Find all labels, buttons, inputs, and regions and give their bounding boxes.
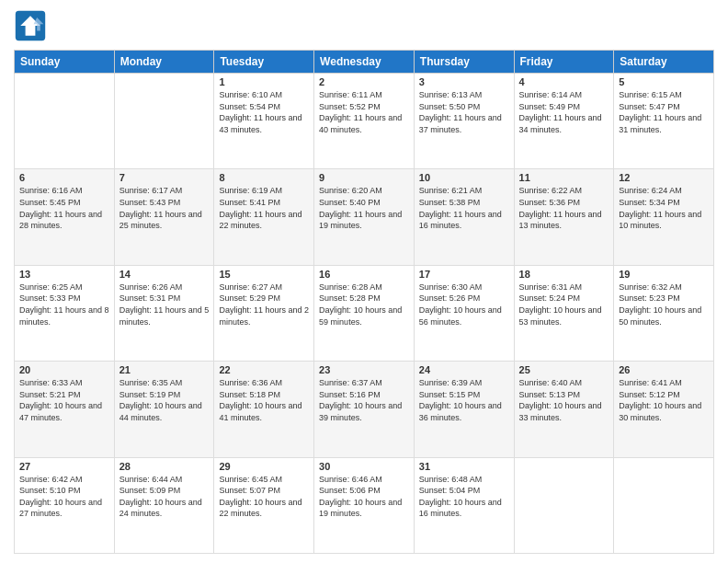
sunrise: Sunrise: 6:11 AM [319, 90, 382, 99]
daylight: Daylight: 11 hours and 16 minutes. [419, 210, 502, 231]
sunset: Sunset: 5:33 PM [19, 293, 81, 303]
day-number: 13 [19, 269, 109, 280]
sunrise: Sunrise: 6:46 AM [319, 475, 382, 484]
calendar-cell: 27 Sunrise: 6:42 AM Sunset: 5:10 PM Dayl… [15, 457, 115, 553]
sunrise: Sunrise: 6:40 AM [519, 378, 583, 387]
calendar-cell: 2 Sunrise: 6:11 AM Sunset: 5:52 PM Dayli… [314, 74, 415, 169]
calendar-cell: 26 Sunrise: 6:41 AM Sunset: 5:12 PM Dayl… [614, 362, 714, 457]
sunrise: Sunrise: 6:37 AM [319, 378, 382, 387]
sunset: Sunset: 5:49 PM [519, 102, 581, 111]
daylight: Daylight: 10 hours and 22 minutes. [219, 498, 301, 519]
calendar-cell: 9 Sunrise: 6:20 AM Sunset: 5:40 PM Dayli… [314, 169, 415, 265]
day-info: Sunrise: 6:35 AM Sunset: 5:19 PM Dayligh… [119, 377, 210, 423]
sunrise: Sunrise: 6:22 AM [519, 186, 583, 195]
calendar-cell: 10 Sunrise: 6:21 AM Sunset: 5:38 PM Dayl… [414, 169, 514, 265]
calendar-cell: 22 Sunrise: 6:36 AM Sunset: 5:18 PM Dayl… [214, 362, 314, 457]
sunrise: Sunrise: 6:32 AM [619, 282, 682, 292]
daylight: Daylight: 11 hours and 34 minutes. [519, 113, 602, 134]
daylight: Daylight: 10 hours and 44 minutes. [119, 401, 202, 422]
day-number: 21 [119, 364, 210, 375]
day-info: Sunrise: 6:17 AM Sunset: 5:43 PM Dayligh… [119, 185, 210, 231]
sunset: Sunset: 5:23 PM [619, 293, 680, 303]
calendar-cell: 21 Sunrise: 6:35 AM Sunset: 5:19 PM Dayl… [114, 362, 214, 457]
sunset: Sunset: 5:43 PM [119, 198, 181, 207]
sunset: Sunset: 5:54 PM [219, 102, 280, 111]
sunset: Sunset: 5:34 PM [619, 198, 680, 207]
day-info: Sunrise: 6:30 AM Sunset: 5:26 PM Dayligh… [419, 282, 509, 327]
sunset: Sunset: 5:16 PM [319, 390, 381, 399]
day-info: Sunrise: 6:15 AM Sunset: 5:47 PM Dayligh… [619, 89, 709, 135]
calendar-cell: 1 Sunrise: 6:10 AM Sunset: 5:54 PM Dayli… [214, 74, 314, 169]
day-info: Sunrise: 6:44 AM Sunset: 5:09 PM Dayligh… [119, 474, 210, 520]
day-info: Sunrise: 6:33 AM Sunset: 5:21 PM Dayligh… [19, 377, 109, 423]
calendar-week-row: 20 Sunrise: 6:33 AM Sunset: 5:21 PM Dayl… [15, 362, 714, 457]
daylight: Daylight: 10 hours and 47 minutes. [19, 401, 102, 422]
sunrise: Sunrise: 6:35 AM [119, 378, 183, 387]
sunset: Sunset: 5:19 PM [119, 390, 181, 399]
sunset: Sunset: 5:52 PM [319, 102, 381, 111]
daylight: Daylight: 10 hours and 16 minutes. [419, 498, 502, 519]
calendar-cell: 7 Sunrise: 6:17 AM Sunset: 5:43 PM Dayli… [114, 169, 214, 265]
sunset: Sunset: 5:07 PM [219, 486, 280, 495]
day-info: Sunrise: 6:40 AM Sunset: 5:13 PM Dayligh… [519, 377, 609, 423]
calendar-cell: 30 Sunrise: 6:46 AM Sunset: 5:06 PM Dayl… [314, 457, 415, 553]
calendar-header-tuesday: Tuesday [214, 51, 314, 74]
day-number: 17 [419, 269, 509, 280]
sunrise: Sunrise: 6:33 AM [19, 378, 83, 387]
day-number: 11 [519, 172, 609, 183]
day-info: Sunrise: 6:16 AM Sunset: 5:45 PM Dayligh… [19, 185, 109, 231]
calendar-header-row: SundayMondayTuesdayWednesdayThursdayFrid… [15, 51, 714, 74]
day-info: Sunrise: 6:10 AM Sunset: 5:54 PM Dayligh… [219, 89, 309, 135]
daylight: Daylight: 11 hours and 25 minutes. [119, 210, 202, 231]
day-info: Sunrise: 6:21 AM Sunset: 5:38 PM Dayligh… [419, 185, 509, 231]
sunset: Sunset: 5:38 PM [419, 198, 481, 207]
sunrise: Sunrise: 6:31 AM [519, 282, 583, 292]
calendar-header-monday: Monday [114, 51, 214, 74]
sunset: Sunset: 5:09 PM [119, 486, 181, 495]
day-number: 14 [119, 269, 210, 280]
day-info: Sunrise: 6:31 AM Sunset: 5:24 PM Dayligh… [519, 282, 609, 327]
day-number: 10 [419, 172, 509, 183]
day-info: Sunrise: 6:28 AM Sunset: 5:28 PM Dayligh… [319, 282, 409, 327]
day-number: 18 [519, 269, 609, 280]
daylight: Daylight: 10 hours and 39 minutes. [319, 401, 402, 422]
calendar-cell: 28 Sunrise: 6:44 AM Sunset: 5:09 PM Dayl… [114, 457, 214, 553]
sunrise: Sunrise: 6:15 AM [619, 90, 682, 99]
daylight: Daylight: 10 hours and 30 minutes. [619, 401, 701, 422]
daylight: Daylight: 11 hours and 37 minutes. [419, 113, 502, 134]
sunset: Sunset: 5:47 PM [619, 102, 680, 111]
sunset: Sunset: 5:50 PM [419, 102, 481, 111]
sunset: Sunset: 5:41 PM [219, 198, 280, 207]
calendar-week-row: 13 Sunrise: 6:25 AM Sunset: 5:33 PM Dayl… [15, 265, 714, 361]
sunset: Sunset: 5:04 PM [419, 486, 481, 495]
day-info: Sunrise: 6:24 AM Sunset: 5:34 PM Dayligh… [619, 185, 709, 231]
daylight: Daylight: 10 hours and 27 minutes. [19, 498, 102, 519]
calendar-cell: 6 Sunrise: 6:16 AM Sunset: 5:45 PM Dayli… [15, 169, 115, 265]
day-number: 25 [519, 364, 609, 375]
day-info: Sunrise: 6:48 AM Sunset: 5:04 PM Dayligh… [419, 474, 509, 520]
calendar-cell: 29 Sunrise: 6:45 AM Sunset: 5:07 PM Dayl… [214, 457, 314, 553]
sunrise: Sunrise: 6:13 AM [419, 90, 483, 99]
day-number: 3 [419, 76, 509, 87]
calendar-cell: 31 Sunrise: 6:48 AM Sunset: 5:04 PM Dayl… [414, 457, 514, 553]
sunset: Sunset: 5:26 PM [419, 293, 481, 303]
day-info: Sunrise: 6:26 AM Sunset: 5:31 PM Dayligh… [119, 282, 210, 327]
calendar-cell: 23 Sunrise: 6:37 AM Sunset: 5:16 PM Dayl… [314, 362, 415, 457]
day-info: Sunrise: 6:22 AM Sunset: 5:36 PM Dayligh… [519, 185, 609, 231]
day-info: Sunrise: 6:39 AM Sunset: 5:15 PM Dayligh… [419, 377, 509, 423]
calendar-week-row: 27 Sunrise: 6:42 AM Sunset: 5:10 PM Dayl… [15, 457, 714, 553]
sunrise: Sunrise: 6:41 AM [619, 378, 682, 387]
sunset: Sunset: 5:21 PM [19, 390, 81, 399]
day-number: 30 [319, 461, 409, 472]
day-info: Sunrise: 6:20 AM Sunset: 5:40 PM Dayligh… [319, 185, 409, 231]
calendar-cell: 11 Sunrise: 6:22 AM Sunset: 5:36 PM Dayl… [514, 169, 614, 265]
calendar-cell [614, 457, 714, 553]
calendar-header-saturday: Saturday [614, 51, 714, 74]
calendar-cell: 18 Sunrise: 6:31 AM Sunset: 5:24 PM Dayl… [514, 265, 614, 361]
sunrise: Sunrise: 6:44 AM [119, 475, 183, 484]
sunset: Sunset: 5:10 PM [19, 486, 81, 495]
sunset: Sunset: 5:36 PM [519, 198, 581, 207]
sunrise: Sunrise: 6:48 AM [419, 475, 483, 484]
day-number: 27 [19, 461, 109, 472]
daylight: Daylight: 10 hours and 50 minutes. [619, 305, 701, 327]
